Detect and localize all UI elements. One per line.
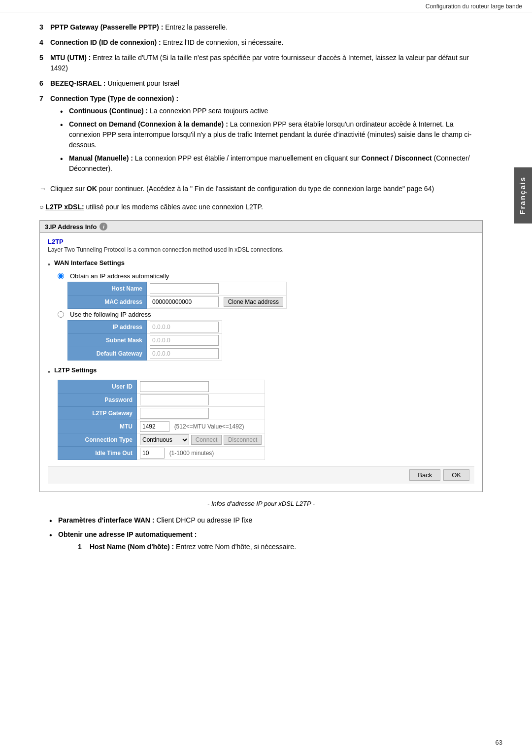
radio-auto[interactable] — [58, 273, 64, 279]
subnet-mask-input[interactable] — [150, 335, 219, 346]
language-tab: Français — [514, 167, 532, 224]
ip-address-panel: 3.IP Address Info i L2TP Layer Two Tunne… — [39, 220, 483, 492]
mac-address-label: MAC address — [68, 296, 147, 309]
radio-manual[interactable] — [58, 311, 64, 318]
l2tp-gateway-row: L2TP Gateway — [58, 407, 265, 420]
ok-button[interactable]: OK — [443, 469, 469, 481]
caption: - Infos d'adresse IP pour xDSL L2TP - — [39, 500, 483, 507]
sub-numbered-list: 1 Host Name (Nom d'hôte) : Entrez votre … — [78, 542, 483, 552]
connection-type-label: Connection Type — [58, 433, 137, 447]
mac-address-input[interactable] — [150, 296, 219, 307]
back-button[interactable]: Back — [409, 469, 440, 481]
host-name-label: Host Name — [68, 282, 147, 296]
protocol-description: Layer Two Tunneling Protocol is a common… — [48, 246, 474, 253]
l2tp-intro: ○ L2TP xDSL: utilisé pour les modems câb… — [39, 202, 483, 212]
host-name-row: Host Name — [68, 282, 287, 296]
idle-timeout-row: Idle Time Out (1-1000 minutes) — [58, 447, 265, 460]
default-gateway-label: Default Gateway — [68, 347, 147, 361]
bottom-section: Paramètres d'interface WAN : Client DHCP… — [39, 515, 483, 552]
item-5: 5 MTU (UTM) : Entrez la taille d'UTM (Si… — [39, 53, 483, 73]
clone-mac-button[interactable]: Clone Mac address — [224, 297, 283, 307]
connection-type-row: Connection Type Continuous Connect on De… — [58, 433, 265, 447]
disconnect-button[interactable]: Disconnect — [224, 435, 262, 445]
item-6: 6 BEZEQ-ISRAEL : Uniquement pour Israël — [39, 78, 483, 89]
item-7: 7 Connection Type (Type de connexion) : … — [39, 94, 483, 177]
user-id-row: User ID — [58, 380, 265, 394]
l2tp-settings: • L2TP Settings User ID Password — [48, 366, 474, 460]
wan-settings-title: WAN Interface Settings — [54, 259, 125, 266]
auto-fields-table: Host Name MAC address Clone Mac address — [67, 282, 287, 309]
l2tp-fields-table: User ID Password L2TP Gateway — [58, 380, 265, 460]
idle-timeout-label: Idle Time Out — [58, 447, 137, 460]
default-gateway-input[interactable] — [150, 348, 219, 359]
panel-header: 3.IP Address Info i — [40, 221, 482, 233]
item-3: 3 PPTP Gateway (Passerelle PPTP) : Entre… — [39, 22, 483, 33]
subnet-mask-row: Subnet Mask — [68, 334, 222, 347]
default-gateway-row: Default Gateway — [68, 347, 222, 361]
main-content: 3 PPTP Gateway (Passerelle PPTP) : Entre… — [0, 12, 512, 566]
l2tp-gateway-label: L2TP Gateway — [58, 407, 137, 420]
user-id-input[interactable] — [140, 381, 209, 392]
mtu-label: MTU — [58, 420, 137, 433]
idle-timeout-input[interactable] — [140, 448, 165, 459]
wan-interface-settings: • WAN Interface Settings Obtain an IP ad… — [48, 259, 474, 361]
mtu-hint: (512<=MTU Value<=1492) — [174, 423, 244, 430]
panel-footer: Back OK — [48, 466, 474, 484]
connect-button[interactable]: Connect — [191, 435, 222, 445]
panel-header-title: 3.IP Address Info — [45, 223, 97, 230]
page-header: Configuration du routeur large bande — [0, 0, 532, 12]
wan-interface-bullet: Paramètres d'interface WAN : Client DHCP… — [49, 515, 483, 526]
header-title: Configuration du routeur large bande — [426, 3, 522, 10]
host-name-input[interactable] — [150, 283, 219, 294]
page-number: 63 — [496, 739, 502, 746]
bullet-continuous: Continuous (Continue) : La connexion PPP… — [60, 106, 483, 116]
mtu-input[interactable] — [140, 421, 169, 432]
bullet-list-7: Continuous (Continue) : La connexion PPP… — [60, 106, 483, 174]
mac-address-row: MAC address Clone Mac address — [68, 296, 287, 309]
l2tp-gateway-input[interactable] — [140, 408, 209, 419]
user-id-label: User ID — [58, 380, 137, 394]
item-4: 4 Connection ID (ID de connexion) : Entr… — [39, 37, 483, 48]
idle-timeout-hint: (1-1000 minutes) — [169, 450, 214, 457]
manual-fields-table: IP address Subnet Mask Default Gateway — [67, 320, 222, 361]
bullet-connect-on-demand: Connect on Demand (Connexion à la demand… — [60, 119, 483, 150]
arrow-note: Cliquez sur OK pour continuer. (Accédez … — [39, 184, 483, 194]
radio-manual-row: Use the following IP address — [58, 311, 474, 318]
protocol-label: L2TP — [48, 238, 474, 245]
ip-address-input[interactable] — [150, 322, 219, 332]
obtain-ip-bullet: Obtenir une adresse IP automatiquement :… — [49, 529, 483, 552]
radio-manual-label: Use the following IP address — [70, 311, 151, 318]
help-icon[interactable]: i — [100, 223, 107, 230]
password-row: Password — [58, 394, 265, 407]
bullet-manual: Manual (Manuelle) : La connexion PPP est… — [60, 153, 483, 174]
password-label: Password — [58, 394, 137, 407]
subnet-mask-label: Subnet Mask — [68, 334, 147, 347]
l2tp-settings-title: L2TP Settings — [54, 366, 97, 374]
password-input[interactable] — [140, 394, 209, 405]
radio-auto-label: Obtain an IP address automatically — [70, 272, 169, 280]
connection-type-select[interactable]: Continuous Connect on Demand Manual — [140, 434, 189, 445]
bottom-bullet-list: Paramètres d'interface WAN : Client DHCP… — [49, 515, 483, 552]
panel-body: L2TP Layer Two Tunneling Protocol is a c… — [40, 233, 482, 492]
radio-auto-row: Obtain an IP address automatically — [58, 272, 474, 280]
ip-address-row: IP address — [68, 321, 222, 334]
mtu-row: MTU (512<=MTU Value<=1492) — [58, 420, 265, 433]
ip-address-label: IP address — [68, 321, 147, 334]
